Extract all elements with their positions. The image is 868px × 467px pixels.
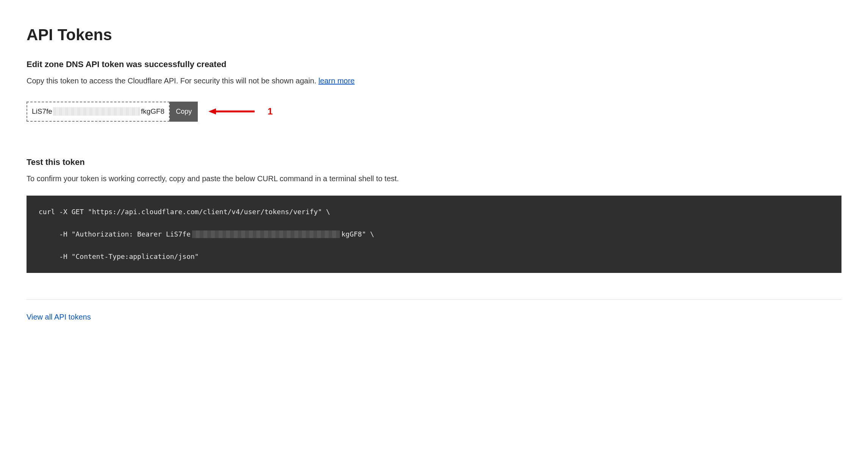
copy-button[interactable]: Copy <box>170 102 198 122</box>
token-suffix: fkgGF8 <box>141 106 164 117</box>
test-token-heading: Test this token <box>27 156 841 168</box>
curl-line-2-post: kgGF8" \ <box>341 229 374 240</box>
svg-marker-1 <box>208 108 216 114</box>
divider <box>27 299 841 300</box>
curl-line-1: curl -X GET "https://api.cloudflare.com/… <box>39 206 330 218</box>
curl-line-3: -H "Content-Type:application/json" <box>39 251 199 262</box>
view-all-tokens-link[interactable]: View all API tokens <box>27 313 91 321</box>
test-token-description: To confirm your token is working correct… <box>27 173 841 184</box>
page-title: API Tokens <box>27 23 841 47</box>
token-prefix: LiS7fe <box>32 106 52 117</box>
copy-instruction-prefix: Copy this token to access the Cloudflare… <box>27 77 318 85</box>
copy-instruction-text: Copy this token to access the Cloudflare… <box>27 75 841 86</box>
token-redacted <box>53 107 140 116</box>
arrow-left-icon <box>207 107 256 116</box>
token-row: LiS7fe fkgGF8 Copy 1 <box>27 102 273 122</box>
success-heading: Edit zone DNS API token was successfully… <box>27 58 841 71</box>
annotation-number: 1 <box>267 105 272 118</box>
learn-more-link[interactable]: learn more <box>318 77 355 85</box>
annotation-arrow: 1 <box>207 105 272 118</box>
curl-line-2-pre: -H "Authorization: Bearer LiS7fe <box>39 229 191 240</box>
curl-token-redacted <box>192 230 340 238</box>
curl-code-block[interactable]: curl -X GET "https://api.cloudflare.com/… <box>27 196 841 273</box>
token-display[interactable]: LiS7fe fkgGF8 <box>27 102 170 122</box>
